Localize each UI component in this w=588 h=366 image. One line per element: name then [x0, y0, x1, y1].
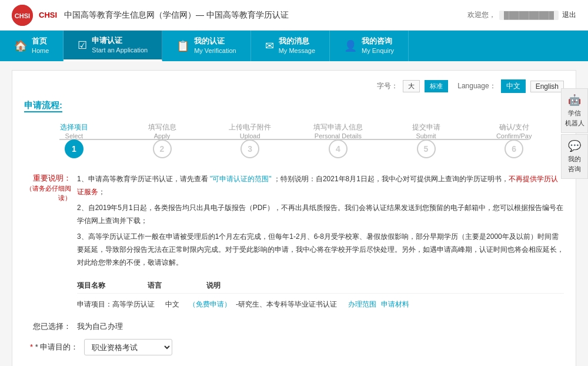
- row-free-text: （免费申请）: [189, 300, 231, 310]
- verify-icon: 📋: [176, 39, 189, 52]
- navigation: 🏠 首页 Home ☑ 申请认证 Start an Application 📋 …: [0, 31, 588, 61]
- svg-text:CHSI: CHSI: [15, 12, 30, 19]
- notice-title: 重要说明：: [33, 174, 71, 182]
- step-4-circle: 4: [329, 139, 348, 158]
- enquiry-nav-icon: 👤: [344, 39, 357, 52]
- enquiry-icon: 💬: [568, 139, 581, 152]
- nav-verify-cn: 我的认证: [194, 36, 236, 46]
- link-scope[interactable]: 办理范围: [348, 300, 376, 310]
- step-2: 填写信息 Apply 2: [118, 120, 206, 158]
- logo-icon: CHSI: [12, 5, 33, 26]
- message-icon: ✉: [265, 39, 274, 52]
- font-size-label: 字号：: [377, 81, 398, 91]
- sidebar-robot-label2: 机器人: [565, 119, 584, 128]
- username-display: ██████████: [499, 11, 559, 20]
- lang-english-button[interactable]: English: [530, 81, 564, 92]
- nav-enquiry-en: My Enquiry: [362, 46, 394, 55]
- header-right: 欢迎您， ██████████ 退出: [467, 10, 576, 20]
- site-name: 中国高等教育学生信息网（学信网）— 中国高等教育学历认证: [64, 10, 289, 21]
- col-header-desc: 说明: [206, 281, 220, 291]
- link-materials[interactable]: 申请材料: [381, 300, 409, 310]
- notice-content: 1、申请高等教育学历证书认证，请先查看 "可申请认证的范围" ；特别说明：自20…: [77, 173, 564, 269]
- nav-home-en: Home: [32, 46, 49, 55]
- sidebar-robot[interactable]: 🤖 学信 机器人: [561, 88, 588, 133]
- nav-msg-en: My Message: [279, 46, 315, 55]
- notice-item-2: 2、自2019年5月1日起，各类报告均只出具电子版报告（PDF），不再出具纸质报…: [77, 202, 564, 227]
- step-6-cn: 确认/支付: [499, 122, 529, 132]
- row-desc: -研究生、本专科等毕业证书认证: [236, 300, 337, 310]
- step-1-en: Select: [65, 132, 83, 139]
- notice-link-scope[interactable]: "可申请认证的范围": [210, 175, 272, 183]
- header-left: CHSI CHSI 中国高等教育学生信息网（学信网）— 中国高等教育学历认证: [12, 5, 289, 26]
- selection-row: 您已选择： 我为自己办理: [24, 318, 564, 335]
- lang-chinese-button[interactable]: 中文: [501, 79, 526, 93]
- section-title: 申请流程:: [24, 100, 564, 111]
- nav-home[interactable]: 🏠 首页 Home: [0, 31, 64, 61]
- step-6-circle: 6: [505, 139, 523, 158]
- col-header-name: 项目名称: [77, 281, 148, 291]
- sidebar: 🤖 学信 机器人 💬 我的 咨询: [561, 88, 588, 179]
- nav-my-enquiry[interactable]: 👤 我的咨询 My Enquiry: [330, 31, 409, 61]
- steps-container: 选择项目 Select 1 填写信息 Apply 2 上传电子附件 Upload…: [24, 120, 564, 158]
- language-label: Language：: [457, 81, 496, 91]
- apply-icon: ☑: [78, 39, 87, 52]
- chsi-label: CHSI: [39, 11, 57, 19]
- row-label: 申请项目：: [77, 300, 112, 310]
- purpose-row: * 申请目的： 职业资格考试 学历提升 出国留学 工作需要 其他: [24, 335, 564, 359]
- welcome-text: 欢迎您，: [467, 10, 496, 20]
- col-header-lang: 语言: [148, 281, 206, 291]
- nav-my-msg[interactable]: ✉ 我的消息 My Message: [251, 31, 330, 61]
- button-row: 下一步: [24, 364, 564, 366]
- font-large-button[interactable]: 大: [403, 80, 420, 92]
- nav-home-cn: 首页: [32, 36, 49, 46]
- sidebar-enquiry-label2: 咨询: [568, 165, 581, 174]
- nav-verify-en: My Verification: [194, 46, 236, 55]
- step-3-circle: 3: [240, 139, 259, 158]
- header: CHSI CHSI 中国高等教育学生信息网（学信网）— 中国高等教育学历认证 欢…: [0, 0, 588, 31]
- step-5: 提交申请 Submit 5: [382, 120, 470, 158]
- step-3-en: Upload: [240, 132, 260, 139]
- font-standard-button[interactable]: 标准: [425, 80, 448, 92]
- home-icon: 🏠: [14, 39, 27, 52]
- selection-value: 我为自己办理: [77, 321, 123, 332]
- step-1: 选择项目 Select 1: [30, 120, 118, 158]
- notice-important-1: 不再提供学历认证服务: [77, 175, 558, 196]
- sidebar-enquiry-label: 我的: [568, 155, 581, 164]
- robot-icon: 🤖: [568, 94, 581, 107]
- selection-label: 您已选择：: [30, 321, 77, 332]
- step-4-cn: 填写申请人信息: [313, 122, 363, 132]
- step-4: 填写申请人信息 Personal Details 4: [294, 120, 382, 158]
- purpose-select[interactable]: 职业资格考试 学历提升 出国留学 工作需要 其他: [84, 339, 172, 355]
- nav-enquiry-cn: 我的咨询: [362, 36, 394, 46]
- step-3-cn: 上传电子附件: [229, 122, 271, 132]
- sidebar-robot-label: 学信: [568, 109, 581, 118]
- step-5-en: Submit: [416, 132, 436, 139]
- info-section: 项目名称 语言 说明 申请项目： 高等学历认证 中文 （免费申请） -研究生、本…: [24, 281, 564, 312]
- step-2-circle: 2: [153, 139, 172, 158]
- purpose-label: * 申请目的：: [30, 342, 84, 352]
- step-2-cn: 填写信息: [148, 122, 176, 132]
- logout-button[interactable]: 退出: [562, 10, 576, 20]
- table-row-1: 申请项目： 高等学历认证 中文 （免费申请） -研究生、本专科等毕业证书认证 办…: [77, 297, 564, 312]
- row-lang: 中文: [165, 300, 189, 310]
- nav-apply[interactable]: ☑ 申请认证 Start an Application: [64, 31, 162, 61]
- step-5-circle: 5: [417, 139, 436, 158]
- sidebar-enquiry[interactable]: 💬 我的 咨询: [561, 134, 588, 179]
- notice-box: 重要说明： （请务必仔细阅读） 1、申请高等教育学历证书认证，请先查看 "可申请…: [24, 170, 564, 272]
- step-1-cn: 选择项目: [60, 122, 88, 132]
- main-content: 字号： 大 标准 Language： 中文 English 申请流程: 选择项目…: [0, 61, 588, 366]
- step-3: 上传电子附件 Upload 3: [206, 120, 294, 158]
- content-box: 字号： 大 标准 Language： 中文 English 申请流程: 选择项目…: [12, 70, 576, 366]
- step-4-en: Personal Details: [315, 132, 362, 139]
- nav-msg-cn: 我的消息: [279, 36, 315, 46]
- notice-item-3: 3、高等学历认证工作一般在申请被受理后的1个月左右完成，但每年1-2月、6-8月…: [77, 231, 564, 269]
- row-item: 高等学历认证: [112, 300, 165, 310]
- nav-apply-cn: 申请认证: [92, 36, 148, 46]
- step-5-cn: 提交申请: [412, 122, 440, 132]
- nav-my-verify[interactable]: 📋 我的认证 My Verification: [162, 31, 251, 61]
- step-2-en: Apply: [154, 132, 171, 139]
- step-1-circle: 1: [65, 139, 83, 158]
- notice-subtitle: （请务必仔细阅读）: [26, 185, 71, 201]
- step-6-en: Confirm/Pay: [496, 132, 532, 139]
- nav-apply-en: Start an Application: [92, 46, 148, 54]
